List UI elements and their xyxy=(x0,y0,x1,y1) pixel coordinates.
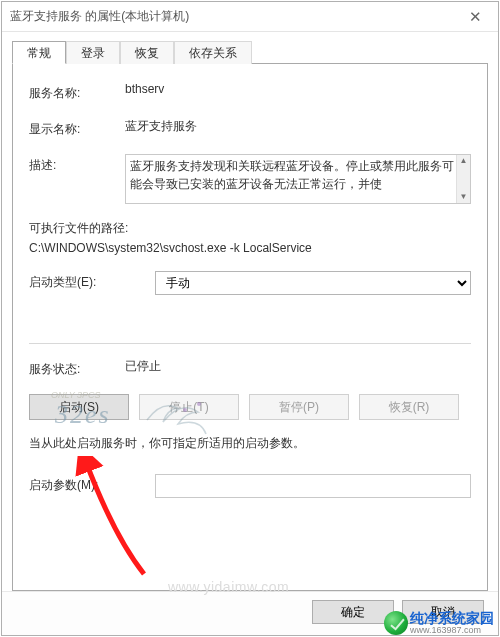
service-status-value: 已停止 xyxy=(125,358,471,375)
description-box: 蓝牙服务支持发现和关联远程蓝牙设备。停止或禁用此服务可能会导致已安装的蓝牙设备无… xyxy=(125,154,471,204)
divider xyxy=(29,343,471,344)
service-control-buttons: 启动(S) 停止(T) 暂停(P) 恢复(R) xyxy=(29,394,471,420)
cancel-button[interactable]: 取消 xyxy=(402,600,484,624)
ok-button[interactable]: 确定 xyxy=(312,600,394,624)
window-title: 蓝牙支持服务 的属性(本地计算机) xyxy=(10,8,189,25)
exe-path-value: C:\WINDOWS\system32\svchost.exe -k Local… xyxy=(29,241,471,255)
tab-panel-general: 服务名称: bthserv 显示名称: 蓝牙支持服务 描述: 蓝牙服务支持发现和… xyxy=(12,64,488,591)
scroll-up-icon[interactable]: ▲ xyxy=(457,155,470,167)
start-params-hint: 当从此处启动服务时，你可指定所适用的启动参数。 xyxy=(29,434,471,452)
properties-dialog: 蓝牙支持服务 的属性(本地计算机) ✕ 常规 登录 恢复 依存关系 服务名称: … xyxy=(1,1,499,636)
content: 常规 登录 恢复 依存关系 服务名称: bthserv 显示名称: 蓝牙支持服务… xyxy=(2,32,498,591)
pause-button: 暂停(P) xyxy=(249,394,349,420)
tab-general[interactable]: 常规 xyxy=(12,41,66,64)
display-name-value: 蓝牙支持服务 xyxy=(125,118,471,135)
startup-type-select[interactable]: 手动 xyxy=(155,271,471,295)
scroll-down-icon[interactable]: ▼ xyxy=(457,191,470,203)
description-text: 蓝牙服务支持发现和关联远程蓝牙设备。停止或禁用此服务可能会导致已安装的蓝牙设备无… xyxy=(130,159,454,191)
dialog-footer: 确定 取消 xyxy=(2,591,498,635)
startup-type-label: 启动类型(E): xyxy=(29,271,155,291)
tab-strip: 常规 登录 恢复 依存关系 xyxy=(12,40,488,64)
start-button[interactable]: 启动(S) xyxy=(29,394,129,420)
close-icon[interactable]: ✕ xyxy=(460,6,490,28)
resume-button: 恢复(R) xyxy=(359,394,459,420)
service-name-value: bthserv xyxy=(125,82,471,96)
start-params-input[interactable] xyxy=(155,474,471,498)
tab-recovery[interactable]: 恢复 xyxy=(120,41,174,64)
description-scrollbar[interactable]: ▲ ▼ xyxy=(456,155,470,203)
tab-logon[interactable]: 登录 xyxy=(66,41,120,64)
exe-path-label: 可执行文件的路径: xyxy=(29,220,471,237)
display-name-label: 显示名称: xyxy=(29,118,125,138)
service-status-label: 服务状态: xyxy=(29,358,125,378)
titlebar: 蓝牙支持服务 的属性(本地计算机) ✕ xyxy=(2,2,498,32)
start-params-label: 启动参数(M): xyxy=(29,474,155,494)
description-label: 描述: xyxy=(29,154,125,174)
stop-button: 停止(T) xyxy=(139,394,239,420)
service-name-label: 服务名称: xyxy=(29,82,125,102)
tab-dependencies[interactable]: 依存关系 xyxy=(174,41,252,64)
